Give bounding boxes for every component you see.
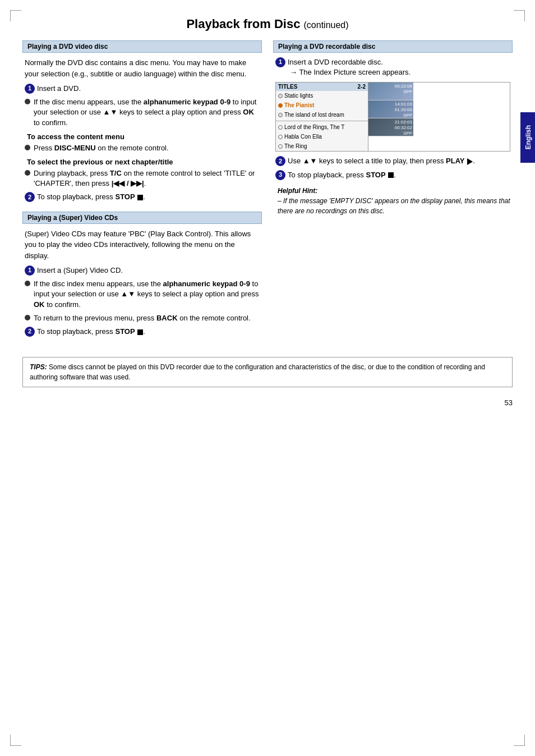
svcd-step1-text: Insert a (Super) Video CD. [37,265,260,276]
dvd-bullet1-text: If the disc menu appears, use the alphan… [34,97,260,128]
title-icon-6 [278,144,283,149]
super-vcd-heading: Playing a (Super) Video CDs [22,212,262,224]
helpful-hint: Helpful Hint: – If the message 'EMPTY DI… [278,186,510,216]
dvd-recordable-content: 1 Insert a DVD recordable disc. → The In… [273,57,513,216]
svcd-bullet-dot-1 [25,281,30,286]
title-icon-4 [278,125,283,130]
rec-step2-text: Use ▲▼ keys to select a title to play, t… [288,156,510,166]
svcd-step2-text: To stop playback, press STOP . [37,327,260,337]
rec-step1-circle: 1 [275,57,285,67]
super-vcd-content: (Super) Video CDs may feature 'PBC' (Pla… [22,228,262,337]
super-vcd-section: Playing a (Super) Video CDs (Super) Vide… [22,212,262,337]
dvd-intro: Normally the DVD disc contains a disc me… [25,57,260,79]
rec-step2-circle: 2 [275,156,285,166]
svcd-bullet2-text: To return to the previous menu, press BA… [34,313,260,323]
rec-step2: 2 Use ▲▼ keys to select a title to play,… [275,156,510,166]
dvd-step2-text: To stop playback, press STOP . [37,192,260,202]
dvd-video-heading: Playing a DVD video disc [22,40,262,53]
svcd-bullet1-text: If the disc index menu appears, use the … [34,279,260,310]
dvd-recordable-heading: Playing a DVD recordable disc [273,40,513,53]
left-column: Playing a DVD video disc Normally the DV… [22,40,262,346]
title-item-4: Lord of the Rings, The T [276,122,368,132]
title-item-5: Habla Con Ella [276,132,368,141]
stop-icon-svcd [137,329,143,335]
corner-mark-tl [10,10,21,21]
dvd-thumb-2: 14:01:0301:20:00SPP [368,100,413,118]
corner-mark-bl [10,735,21,746]
title-item-6: The Ring [276,141,368,151]
sub-heading-content-menu: To access the content menu [27,132,260,141]
corner-mark-br [514,735,525,746]
sub1-text: Press DISC-MENU on the remote control. [34,143,260,153]
stop-icon-rec [388,172,394,178]
svcd-step2: 2 To stop playback, press STOP . [25,327,260,337]
dvd-step2: 2 To stop playback, press STOP . [25,192,260,202]
dvd-bullet1: If the disc menu appears, use the alphan… [25,97,260,128]
svcd-bullet1: If the disc index menu appears, use the … [25,279,260,310]
bullet-dot-1 [25,99,30,104]
dvd-video-content: Normally the DVD disc contains a disc me… [22,57,262,203]
rec-step3-text: To stop playback, press STOP . [288,170,510,180]
title-icon-5 [278,135,283,139]
title-icon-1 [278,94,283,98]
page-number: 53 [0,398,535,413]
dvd-thumbnails: 00:22:08SPP 14:01:0301:20:00SPP 21:02:03… [368,83,413,151]
step2-circle: 2 [25,192,35,202]
dvd-step1: 1 Insert a DVD. [25,84,260,94]
bullet-dot-3 [25,170,30,176]
corner-mark-tr [514,10,525,21]
sub-heading-chapter-title: To select the previous or next chapter/t… [27,158,260,166]
title-item-3: The island of lost dream [276,110,368,120]
rec-step1-text: Insert a DVD recordable disc. → The Inde… [288,57,510,77]
dvd-thumb-3: 21:02:0300:32:02SPP28:06:03 [368,118,413,136]
rec-step3: 3 To stop playback, press STOP . [275,170,510,180]
play-icon [467,158,473,165]
svcd-step1: 1 Insert a (Super) Video CD. [25,265,260,276]
sub2-bullet: During playback, press T/C on the remote… [25,168,260,189]
dvd-recordable-section: Playing a DVD recordable disc 1 Insert a… [273,40,513,216]
dvd-video-section: Playing a DVD video disc Normally the DV… [22,40,262,203]
english-language-tab: English [520,112,535,163]
svcd-bullet2: To return to the previous menu, press BA… [25,313,260,323]
rec-step3-circle: 3 [275,170,285,180]
title-icon-2 [278,103,283,108]
title-icon-3 [278,113,283,117]
sub1-bullet: Press DISC-MENU on the remote control. [25,143,260,153]
dvd-step1-text: Insert a DVD. [37,84,260,94]
sub2-text: During playback, press T/C on the remote… [34,168,260,189]
dvd-thumb-1: 00:22:08SPP [368,83,413,100]
rec-step1: 1 Insert a DVD recordable disc. → The In… [275,57,510,77]
step1-circle: 1 [25,84,35,94]
svcd-step2-circle: 2 [25,327,35,337]
svcd-bullet-dot-2 [25,315,30,320]
tips-box: TIPS: Some discs cannot be played on thi… [22,357,513,387]
bullet-dot-2 [25,145,30,150]
dvd-titles-panel: TITLES 2-2 Static lights The Pianist [276,83,368,151]
page-title: Playback from Disc (continued) [0,0,535,40]
super-vcd-intro: (Super) Video CDs may feature 'PBC' (Pla… [25,228,260,262]
right-column: Playing a DVD recordable disc 1 Insert a… [273,40,513,346]
dvd-index-screen: TITLES 2-2 Static lights The Pianist [275,82,510,152]
dvd-titles-header: TITLES 2-2 [276,83,368,91]
svcd-step1-circle: 1 [25,265,35,276]
stop-icon-dvd [137,195,143,200]
title-item-1: Static lights [276,91,368,100]
title-item-2: The Pianist [276,100,368,110]
